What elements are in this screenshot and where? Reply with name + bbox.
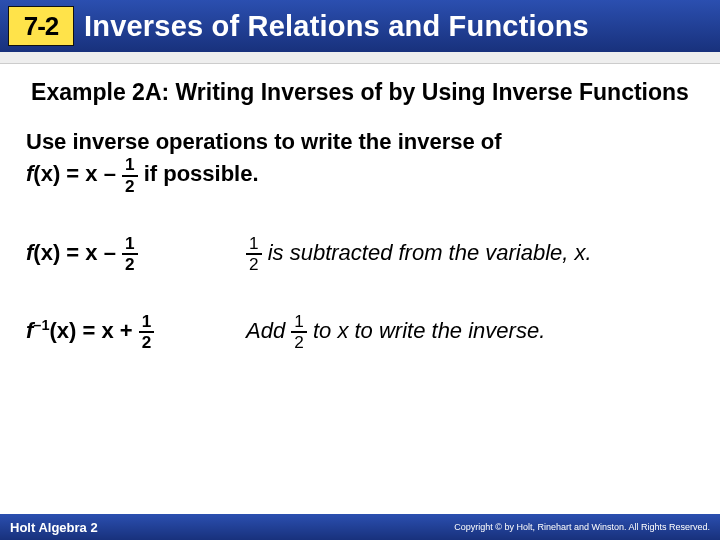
step2-rhs-num: 1 bbox=[291, 313, 307, 333]
step2-arg: (x) = x + bbox=[49, 318, 138, 343]
section-badge: 7-2 bbox=[8, 6, 74, 46]
footer-bar: Holt Algebra 2 Copyright © by Holt, Rine… bbox=[0, 514, 720, 540]
slide: 7-2 Inverses of Relations and Functions … bbox=[0, 0, 720, 540]
step-row-1: f(x) = x – 12 12 is subtracted from the … bbox=[26, 235, 694, 273]
step1-arg: (x) = x – bbox=[33, 240, 122, 265]
problem-prompt: Use inverse operations to write the inve… bbox=[26, 127, 694, 195]
header-divider bbox=[0, 52, 720, 64]
content-area: Example 2A: Writing Inverses of by Using… bbox=[0, 64, 720, 514]
step2-sup: –1 bbox=[33, 317, 49, 333]
step1-rhs-text: is subtracted from the variable, x. bbox=[262, 240, 592, 265]
step2-rhs-pre: Add bbox=[246, 318, 291, 343]
step1-den: 2 bbox=[122, 255, 138, 273]
step1-rhs-den: 2 bbox=[246, 255, 262, 273]
step2-den: 2 bbox=[139, 333, 155, 351]
step2-equation: f–1(x) = x + 12 bbox=[26, 313, 246, 351]
frac-den: 2 bbox=[122, 177, 138, 195]
step1-num: 1 bbox=[122, 235, 138, 255]
step1-fraction: 12 bbox=[122, 235, 138, 273]
slide-title: Inverses of Relations and Functions bbox=[84, 10, 589, 43]
step1-rhs-fraction: 12 bbox=[246, 235, 262, 273]
step1-rhs-num: 1 bbox=[246, 235, 262, 255]
footer-left: Holt Algebra 2 bbox=[10, 520, 98, 535]
prompt-pre: Use inverse operations to write the inve… bbox=[26, 129, 502, 154]
step2-fraction: 12 bbox=[139, 313, 155, 351]
step2-num: 1 bbox=[139, 313, 155, 333]
step2-rhs-den: 2 bbox=[291, 333, 307, 351]
prompt-arg: (x) = x – bbox=[33, 161, 122, 186]
header-bar: 7-2 Inverses of Relations and Functions bbox=[0, 0, 720, 52]
frac-num: 1 bbox=[122, 156, 138, 176]
prompt-fraction: 12 bbox=[122, 156, 138, 194]
step1-equation: f(x) = x – 12 bbox=[26, 235, 246, 273]
step-row-2: f–1(x) = x + 12 Add 12 to x to write the… bbox=[26, 313, 694, 351]
step2-rhs-fraction: 12 bbox=[291, 313, 307, 351]
prompt-post: if possible. bbox=[138, 161, 259, 186]
step2-explain: Add 12 to x to write the inverse. bbox=[246, 313, 694, 351]
example-heading: Example 2A: Writing Inverses of by Using… bbox=[26, 78, 694, 107]
step2-rhs-text: to x to write the inverse. bbox=[307, 318, 545, 343]
step1-explain: 12 is subtracted from the variable, x. bbox=[246, 235, 694, 273]
footer-copyright: Copyright © by Holt, Rinehart and Winsto… bbox=[454, 522, 710, 532]
